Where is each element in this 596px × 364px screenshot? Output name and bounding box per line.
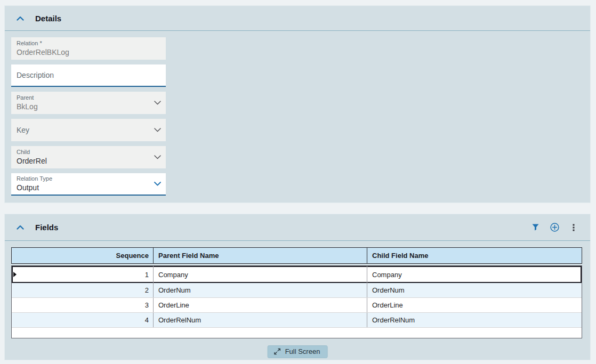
chevron-down-icon: [154, 182, 161, 186]
column-header-sequence[interactable]: Sequence: [12, 248, 154, 263]
fields-panel: Fields: [4, 214, 591, 360]
cell-parent-field-name[interactable]: OrderRelNum: [154, 313, 367, 327]
empty-grid-space: [12, 328, 582, 338]
full-screen-button-label: Full Screen: [285, 347, 320, 355]
cell-sequence[interactable]: 4: [12, 313, 154, 327]
fields-grid: Sequence Parent Field Name Child Field N…: [11, 247, 582, 338]
fields-grid-body: 1 Company Company 2 OrderNum OrderNum 3 …: [11, 265, 582, 338]
details-panel-title: Details: [35, 14, 61, 23]
relation-field-value: OrderRelBKLog: [17, 47, 150, 58]
full-screen-button[interactable]: Full Screen: [268, 345, 328, 358]
filter-button[interactable]: [527, 220, 543, 236]
table-row[interactable]: 1 Company Company: [12, 266, 582, 283]
parent-dropdown-label: Parent: [17, 94, 150, 102]
description-input[interactable]: [17, 71, 150, 79]
relation-type-dropdown-value: Output: [17, 183, 150, 193]
details-form: Relation * OrderRelBKLog Parent BkLog Ke…: [5, 31, 590, 196]
relation-type-dropdown-label: Relation Type: [17, 175, 150, 183]
fields-grid-header: Sequence Parent Field Name Child Field N…: [11, 247, 582, 264]
cell-child-field-name[interactable]: OrderLine: [367, 298, 582, 312]
cell-parent-field-name[interactable]: OrderNum: [154, 283, 367, 297]
fields-panel-header: Fields: [5, 214, 590, 241]
add-row-button[interactable]: [546, 220, 562, 236]
column-header-child-field-name[interactable]: Child Field Name: [367, 248, 582, 263]
cell-parent-field-name[interactable]: Company: [154, 266, 367, 283]
fields-collapse-button[interactable]: [17, 225, 24, 230]
parent-dropdown[interactable]: Parent BkLog: [11, 92, 166, 114]
cell-child-field-name[interactable]: OrderNum: [367, 283, 582, 297]
relation-type-dropdown[interactable]: Relation Type Output: [11, 173, 166, 196]
parent-dropdown-value: BkLog: [17, 102, 150, 112]
fields-panel-title: Fields: [35, 223, 58, 232]
expand-icon: [274, 348, 281, 355]
details-panel-header: Details: [5, 6, 590, 31]
cell-child-field-name[interactable]: Company: [367, 266, 582, 283]
relation-field-label: Relation *: [17, 39, 150, 47]
column-header-parent-field-name[interactable]: Parent Field Name: [154, 248, 367, 263]
chevron-up-icon: [17, 16, 24, 21]
key-dropdown-label: Key: [17, 126, 150, 134]
cell-sequence[interactable]: 1: [12, 266, 154, 283]
fields-toolbar: [527, 220, 582, 236]
cell-sequence[interactable]: 3: [12, 298, 154, 312]
chevron-down-icon: [154, 101, 161, 105]
child-dropdown[interactable]: Child OrderRel: [11, 146, 166, 168]
chevron-down-icon: [154, 128, 161, 132]
child-dropdown-label: Child: [17, 148, 150, 156]
table-row[interactable]: 4 OrderRelNum OrderRelNum: [12, 313, 582, 328]
child-dropdown-value: OrderRel: [17, 156, 150, 166]
chevron-down-icon: [154, 155, 161, 159]
filter-icon: [532, 224, 539, 231]
details-panel: Details Relation * OrderRelBKLog Parent …: [4, 5, 591, 203]
key-dropdown[interactable]: Key: [11, 119, 166, 141]
relation-field: Relation * OrderRelBKLog: [11, 37, 166, 60]
details-collapse-button[interactable]: [17, 16, 24, 21]
cell-child-field-name[interactable]: OrderRelNum: [367, 313, 582, 327]
description-field[interactable]: [11, 64, 166, 87]
overflow-menu-button[interactable]: [566, 220, 582, 236]
add-circle-icon: [550, 223, 559, 232]
chevron-up-icon: [17, 225, 24, 230]
table-row[interactable]: 2 OrderNum OrderNum: [12, 283, 582, 298]
table-row[interactable]: 3 OrderLine OrderLine: [12, 298, 582, 313]
row-marker-icon: [13, 272, 17, 277]
kebab-menu-icon: [573, 224, 575, 231]
cell-parent-field-name[interactable]: OrderLine: [154, 298, 367, 312]
cell-sequence[interactable]: 2: [12, 283, 154, 297]
